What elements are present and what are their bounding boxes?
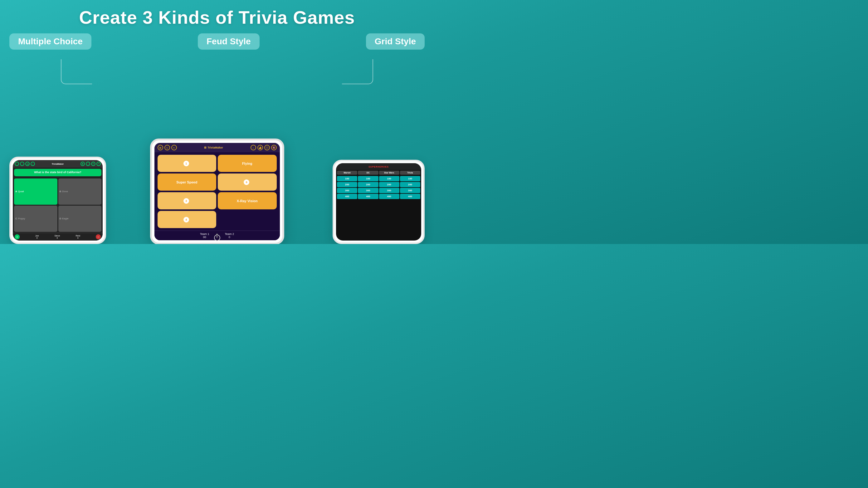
grid-cell-starwars-300[interactable]: 300 bbox=[379, 188, 399, 193]
grid-cell-starwars-100[interactable]: 100 bbox=[379, 176, 399, 181]
mc-score-steve: Steve 0 bbox=[54, 235, 60, 239]
grid-cell-trivia-300[interactable]: 300 bbox=[400, 188, 420, 193]
mc-player-joe-score: 0 bbox=[35, 237, 39, 239]
grid-row-200: 200 200 200 200 bbox=[337, 182, 420, 187]
grid-cell-dc-100[interactable]: 100 bbox=[358, 176, 378, 181]
grid-app-name: SUPERHEROES bbox=[369, 166, 389, 168]
grid-header-trivia: Trivia bbox=[400, 171, 420, 175]
grid-topbar: SUPERHEROES bbox=[336, 163, 421, 170]
connector-right bbox=[342, 59, 373, 84]
feud-answer-1[interactable]: 1 bbox=[158, 155, 217, 172]
mc-scores: + Joe 0 Steve 0 Reid 0 − bbox=[13, 233, 103, 241]
mc-answer-d-text: Eagle bbox=[62, 217, 68, 220]
feud-answer-superspeed-text: Super Speed bbox=[176, 180, 197, 184]
mc-icon-close: ✕ bbox=[96, 162, 101, 166]
grid-cell-marvel-400[interactable]: 400 bbox=[337, 194, 357, 199]
grid-cell-trivia-100[interactable]: 100 bbox=[400, 176, 420, 181]
feud-answers-grid: 1 Flying Super Speed 6 3 X-Ray Vision bbox=[154, 152, 280, 231]
multiple-choice-label: Multiple Choice bbox=[9, 33, 91, 50]
feud-answer-3[interactable]: 3 bbox=[158, 192, 217, 209]
connector-left bbox=[61, 59, 92, 84]
mc-player-steve-score: 0 bbox=[54, 237, 60, 239]
grid-row-300: 300 300 300 300 bbox=[337, 188, 420, 193]
mc-add-btn[interactable]: + bbox=[15, 234, 20, 239]
phone-multiple-choice: + → ☁ i TriviaMaker ▶ ♫ ⚙ ✕ What is the … bbox=[9, 157, 106, 244]
grid-cell-marvel-300[interactable]: 300 bbox=[337, 188, 357, 193]
mc-player-reid-score: 0 bbox=[75, 237, 80, 239]
mc-answer-d[interactable]: D Eagle bbox=[58, 206, 102, 232]
tablet-feud: ▦ Q A ⊞ TriviaMaker ♫ 👍 ☹ 🔇 bbox=[150, 139, 284, 244]
feud-answer-flying-text: Flying bbox=[242, 162, 252, 165]
feud-icon-mute: 🔇 bbox=[271, 145, 277, 150]
grid-row-400: 400 400 400 400 bbox=[337, 194, 420, 199]
feud-team2: Team 2 0 bbox=[225, 233, 234, 239]
mc-app-name: TriviaMaker bbox=[52, 163, 64, 165]
grid-cell-marvel-200[interactable]: 200 bbox=[337, 182, 357, 187]
feud-answer-flying[interactable]: Flying bbox=[218, 155, 277, 172]
mc-icon-3: ☁ bbox=[25, 162, 30, 166]
mc-answer-c[interactable]: C Poppy bbox=[14, 206, 57, 232]
mc-answer-b[interactable]: B Dove bbox=[58, 179, 102, 205]
mc-answer-b-text: Dove bbox=[62, 190, 68, 193]
feud-icon-q: Q bbox=[164, 145, 170, 150]
feud-icon-a: A bbox=[171, 145, 177, 150]
feud-answer-xray-text: X-Ray Vision bbox=[237, 199, 258, 203]
labels-row: Multiple Choice Feud Style Grid Style bbox=[0, 28, 434, 50]
grid-cell-dc-400[interactable]: 400 bbox=[358, 194, 378, 199]
grid-cell-dc-200[interactable]: 200 bbox=[358, 182, 378, 187]
feud-num-4: 4 bbox=[183, 217, 189, 222]
feud-style-label: Feud Style bbox=[198, 33, 259, 50]
feud-num-3: 3 bbox=[183, 198, 189, 204]
grid-cell-trivia-400[interactable]: 400 bbox=[400, 194, 420, 199]
feud-icon-music: ♫ bbox=[251, 145, 256, 150]
grid-row-100: 100 100 100 100 bbox=[337, 176, 420, 181]
mc-icons-right: ▶ ♫ ⚙ ✕ bbox=[81, 162, 101, 166]
tablet-home-button[interactable] bbox=[214, 235, 220, 241]
feud-answer-6[interactable]: 6 bbox=[218, 174, 277, 191]
grid-cell-trivia-200[interactable]: 200 bbox=[400, 182, 420, 187]
phone-grid: SUPERHEROES Marvel DC Star Wars Trivia 1… bbox=[333, 160, 425, 244]
feud-app-name: TriviaMaker bbox=[208, 146, 223, 149]
feud-team1-name: Team 1 bbox=[200, 233, 209, 236]
mc-topbar: + → ☁ i TriviaMaker ▶ ♫ ⚙ ✕ bbox=[13, 160, 103, 167]
mc-answer-a-text: Quail bbox=[18, 190, 24, 193]
mc-player-joe-name: Joe bbox=[35, 235, 39, 237]
feud-answer-4[interactable]: 4 bbox=[158, 211, 217, 228]
mc-answer-a-letter: A bbox=[15, 190, 17, 193]
feud-icon-grid: ▦ bbox=[158, 145, 163, 150]
mc-player-reid-name: Reid bbox=[75, 235, 80, 237]
grid-style-label: Grid Style bbox=[366, 33, 425, 50]
mc-screen: + → ☁ i TriviaMaker ▶ ♫ ⚙ ✕ What is the … bbox=[13, 160, 103, 241]
mc-icon-2: → bbox=[20, 162, 24, 166]
feud-team2-score: 0 bbox=[225, 236, 234, 239]
feud-app-logo: ⊞ TriviaMaker bbox=[204, 146, 223, 149]
grid-value-rows: 100 100 100 100 200 200 200 200 300 300 … bbox=[336, 175, 421, 241]
grid-cell-marvel-100[interactable]: 100 bbox=[337, 176, 357, 181]
feud-icon-sad: ☹ bbox=[264, 145, 270, 150]
feud-team1: Team 1 00 bbox=[200, 233, 209, 239]
grid-cell-dc-300[interactable]: 300 bbox=[358, 188, 378, 193]
mc-icon-1: + bbox=[15, 162, 19, 166]
grid-cell-starwars-200[interactable]: 200 bbox=[379, 182, 399, 187]
feud-answer-superspeed[interactable]: Super Speed bbox=[158, 174, 217, 191]
mc-icons-left: + → ☁ i bbox=[15, 162, 35, 166]
mc-answer-d-letter: D bbox=[60, 217, 61, 220]
mc-icon-settings: ⚙ bbox=[91, 162, 95, 166]
grid-headers: Marvel DC Star Wars Trivia bbox=[336, 170, 421, 175]
grid-header-starwars: Star Wars bbox=[379, 171, 399, 175]
mc-player-steve-name: Steve bbox=[54, 235, 60, 237]
grid-screen: SUPERHEROES Marvel DC Star Wars Trivia 1… bbox=[336, 163, 421, 241]
feud-answer-xray[interactable]: X-Ray Vision bbox=[218, 192, 277, 209]
feud-num-6: 6 bbox=[244, 179, 249, 185]
mc-sub-btn[interactable]: − bbox=[96, 234, 101, 239]
mc-answer-c-text: Poppy bbox=[18, 217, 25, 220]
grid-header-marvel: Marvel bbox=[337, 171, 357, 175]
feud-icon-thumbs: 👍 bbox=[257, 145, 263, 150]
mc-icon-play: ▶ bbox=[81, 162, 85, 166]
grid-cell-starwars-400[interactable]: 400 bbox=[379, 194, 399, 199]
mc-answers: A Quail B Dove C Poppy D Eagle bbox=[13, 178, 103, 233]
feud-icons-left: ▦ Q A bbox=[158, 145, 177, 150]
feud-topbar: ▦ Q A ⊞ TriviaMaker ♫ 👍 ☹ 🔇 bbox=[154, 143, 280, 152]
mc-score-joe: Joe 0 bbox=[35, 235, 39, 239]
mc-answer-a[interactable]: A Quail bbox=[14, 179, 57, 205]
